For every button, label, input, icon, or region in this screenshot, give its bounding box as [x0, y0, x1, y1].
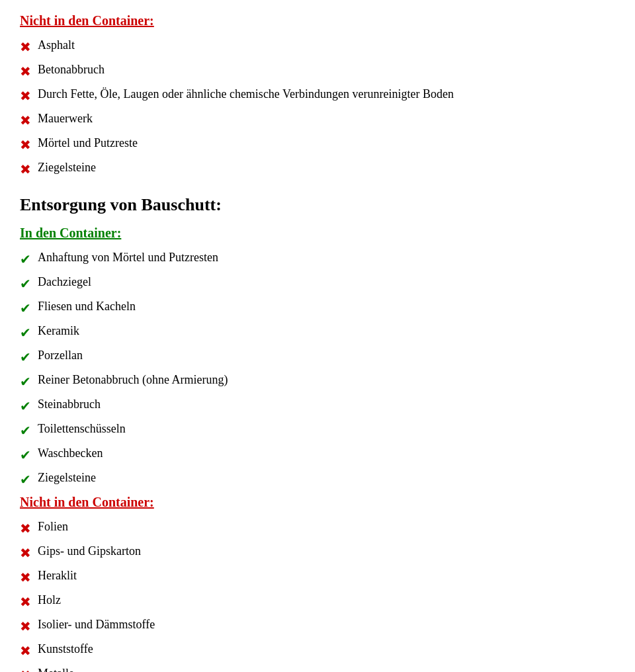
section-nicht-container-1: Nicht in den Container: ✖Asphalt✖Betonab…: [20, 13, 615, 179]
cross-icon: ✖: [20, 641, 31, 661]
item-text: Dachziegel: [38, 273, 91, 291]
list-item: ✖Folien: [20, 518, 615, 538]
list-item: ✔Keramik: [20, 322, 615, 343]
list-item: ✖Kunststoffe: [20, 640, 615, 661]
list-item: ✔Fliesen und Kacheln: [20, 298, 615, 318]
list-item: ✔Waschbecken: [20, 444, 615, 465]
list-item: ✖Isolier- und Dämmstoffe: [20, 616, 615, 636]
section4-list: ✖Folien✖Gips- und Gipskarton✖Heraklit✖Ho…: [20, 518, 615, 672]
list-item: ✖Betonabbruch: [20, 61, 615, 81]
list-item: ✖Asphalt: [20, 36, 615, 57]
check-icon: ✔: [20, 249, 31, 269]
list-item: ✔Toilettenschüsseln: [20, 420, 615, 441]
item-text: Asphalt: [38, 36, 75, 54]
item-text: Folien: [38, 518, 68, 536]
section-in-container: In den Container: ✔Anhaftung von Mörtel …: [20, 226, 615, 489]
item-text: Ziegelsteine: [38, 159, 96, 177]
list-item: ✖Heraklit: [20, 567, 615, 587]
cross-icon: ✖: [20, 665, 31, 672]
list-item: ✖Mauerwerk: [20, 110, 615, 130]
section3-list: ✔Anhaftung von Mörtel und Putzresten✔Dac…: [20, 249, 615, 489]
cross-icon: ✖: [20, 135, 31, 155]
item-text: Anhaftung von Mörtel und Putzresten: [38, 249, 218, 267]
item-text: Toilettenschüsseln: [38, 420, 126, 438]
list-item: ✔Anhaftung von Mörtel und Putzresten: [20, 249, 615, 269]
check-icon: ✔: [20, 298, 31, 318]
check-icon: ✔: [20, 470, 31, 489]
cross-icon: ✖: [20, 567, 31, 587]
list-item: ✖Durch Fette, Öle, Laugen oder ähnliche …: [20, 85, 615, 106]
section2-title: Entsorgung von Bauschutt:: [20, 195, 615, 215]
item-text: Reiner Betonabbruch (ohne Armierung): [38, 371, 228, 389]
item-text: Durch Fette, Öle, Laugen oder ähnliche c…: [38, 85, 454, 103]
item-text: Mörtel und Putzreste: [38, 134, 138, 152]
item-text: Isolier- und Dämmstoffe: [38, 616, 155, 634]
item-text: Keramik: [38, 322, 79, 340]
cross-icon: ✖: [20, 110, 31, 130]
check-icon: ✔: [20, 274, 31, 294]
section1-list: ✖Asphalt✖Betonabbruch✖Durch Fette, Öle, …: [20, 36, 615, 179]
list-item: ✖Ziegelsteine: [20, 159, 615, 179]
list-item: ✖Mörtel und Putzreste: [20, 134, 615, 155]
check-icon: ✔: [20, 396, 31, 416]
item-text: Kunststoffe: [38, 640, 93, 658]
section-entsorgung: Entsorgung von Bauschutt:: [20, 195, 615, 215]
cross-icon: ✖: [20, 519, 31, 538]
check-icon: ✔: [20, 445, 31, 465]
cross-icon: ✖: [20, 592, 31, 612]
cross-icon: ✖: [20, 37, 31, 57]
section-nicht-container-2: Nicht in den Container: ✖Folien✖Gips- un…: [20, 495, 615, 672]
item-text: Waschbecken: [38, 444, 103, 462]
check-icon: ✔: [20, 347, 31, 367]
item-text: Gips- und Gipskarton: [38, 542, 141, 560]
cross-icon: ✖: [20, 86, 31, 106]
check-icon: ✔: [20, 421, 31, 441]
item-text: Porzellan: [38, 347, 83, 364]
item-text: Steinabbruch: [38, 396, 101, 413]
cross-icon: ✖: [20, 159, 31, 179]
section1-title: Nicht in den Container:: [20, 13, 615, 28]
item-text: Holz: [38, 591, 61, 609]
cross-icon: ✖: [20, 62, 31, 81]
list-item: ✔Ziegelsteine: [20, 469, 615, 489]
item-text: Ziegelsteine: [38, 469, 96, 487]
list-item: ✔Reiner Betonabbruch (ohne Armierung): [20, 371, 615, 392]
item-text: Mauerwerk: [38, 110, 93, 128]
item-text: Heraklit: [38, 567, 77, 585]
section3-title: In den Container:: [20, 226, 615, 241]
section4-title: Nicht in den Container:: [20, 495, 615, 510]
list-item: ✖Metalle: [20, 665, 615, 672]
list-item: ✖Holz: [20, 591, 615, 612]
list-item: ✖Gips- und Gipskarton: [20, 542, 615, 563]
list-item: ✔Steinabbruch: [20, 396, 615, 416]
item-text: Betonabbruch: [38, 61, 105, 79]
cross-icon: ✖: [20, 543, 31, 563]
check-icon: ✔: [20, 323, 31, 343]
item-text: Fliesen und Kacheln: [38, 298, 136, 315]
list-item: ✔Dachziegel: [20, 273, 615, 294]
cross-icon: ✖: [20, 616, 31, 636]
check-icon: ✔: [20, 372, 31, 392]
item-text: Metalle: [38, 665, 74, 672]
list-item: ✔Porzellan: [20, 347, 615, 367]
